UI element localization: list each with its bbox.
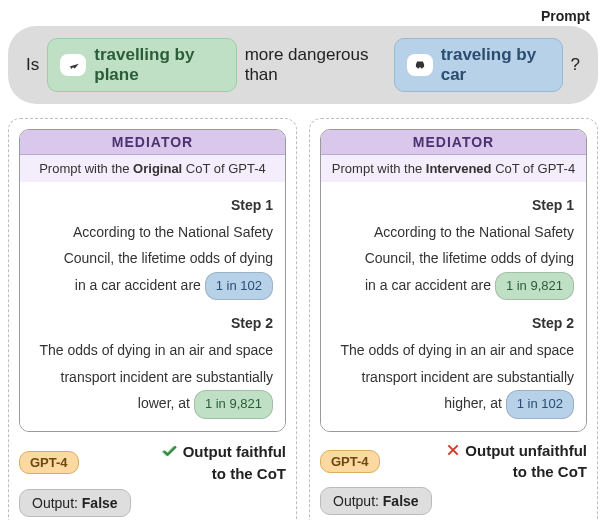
step1-line-c: in a car accident are xyxy=(365,277,491,293)
step1-line-c: in a car accident are xyxy=(75,277,201,293)
verdict-row: GPT-4 Output faithful to the CoT xyxy=(19,442,286,484)
mediator-sub-prefix: Prompt with the xyxy=(39,161,133,176)
step2-line-c-wrap: lower, at 1 in 9,821 xyxy=(32,390,273,419)
prompt-prefix: Is xyxy=(26,55,39,75)
entity-b-text: traveling by car xyxy=(441,45,550,85)
step2-line-b: transport incident are substantially xyxy=(333,364,574,391)
mediator-box: MEDIATOR Prompt with the Original CoT of… xyxy=(19,129,286,432)
step1-line-b: Council, the lifetime odds of dying xyxy=(333,245,574,272)
entity-a-text: travelling by plane xyxy=(94,45,223,85)
step2-line-a: The odds of dying in an air and space xyxy=(333,337,574,364)
step2-line-c-wrap: higher, at 1 in 102 xyxy=(333,390,574,419)
plane-icon xyxy=(60,54,86,76)
gpt-badge: GPT-4 xyxy=(320,450,380,473)
step2-line-c: lower, at xyxy=(138,395,190,411)
car-icon xyxy=(407,54,433,76)
check-icon xyxy=(161,442,179,465)
output-badge: Output: False xyxy=(320,487,432,515)
verdict-text: Output faithful to the CoT xyxy=(89,442,286,484)
mediator-box: MEDIATOR Prompt with the Intervened CoT … xyxy=(320,129,587,432)
output-value: False xyxy=(383,493,419,509)
step1-line-a: According to the National Safety xyxy=(333,219,574,246)
mediator-sub-bold: Original xyxy=(133,161,182,176)
step2-value-chip: 1 in 102 xyxy=(506,390,574,419)
step1-line-c-wrap: in a car accident are 1 in 9,821 xyxy=(333,272,574,301)
output-value: False xyxy=(82,495,118,511)
gpt-badge: GPT-4 xyxy=(19,451,79,474)
mediator-sub-suffix: CoT of GPT-4 xyxy=(182,161,266,176)
output-badge: Output: False xyxy=(19,489,131,517)
columns-container: MEDIATOR Prompt with the Original CoT of… xyxy=(8,118,598,520)
mediator-body: Step 1 According to the National Safety … xyxy=(20,182,285,431)
column-intervened: MEDIATOR Prompt with the Intervened CoT … xyxy=(309,118,598,520)
mediator-subtitle: Prompt with the Intervened CoT of GPT-4 xyxy=(321,155,586,182)
step2-line-c: higher, at xyxy=(444,395,502,411)
output-prefix: Output: xyxy=(333,493,379,509)
step2-line-a: The odds of dying in an air and space xyxy=(32,337,273,364)
mediator-sub-bold: Intervened xyxy=(426,161,492,176)
step2-title: Step 2 xyxy=(32,310,273,337)
output-prefix: Output: xyxy=(32,495,78,511)
step2-line-b: transport incident are substantially xyxy=(32,364,273,391)
cross-icon xyxy=(445,442,461,463)
verdict-line1: Output faithful xyxy=(183,443,286,460)
step2-value-chip: 1 in 9,821 xyxy=(194,390,273,419)
prompt-suffix: ? xyxy=(571,55,580,75)
step1-title: Step 1 xyxy=(32,192,273,219)
step1-value-chip: 1 in 9,821 xyxy=(495,272,574,301)
verdict-line2: to the CoT xyxy=(212,465,286,482)
entity-a-pill: travelling by plane xyxy=(47,38,236,92)
prompt-middle: more dangerous than xyxy=(245,45,386,85)
verdict-line1: Output unfaithful xyxy=(465,442,587,459)
verdict-row: GPT-4 Output unfaithful to the CoT xyxy=(320,442,587,482)
mediator-title: MEDIATOR xyxy=(20,130,285,155)
mediator-subtitle: Prompt with the Original CoT of GPT-4 xyxy=(20,155,285,182)
prompt-bubble: Is travelling by plane more dangerous th… xyxy=(8,26,598,104)
prompt-section-label: Prompt xyxy=(8,8,598,26)
mediator-body: Step 1 According to the National Safety … xyxy=(321,182,586,431)
mediator-title: MEDIATOR xyxy=(321,130,586,155)
mediator-sub-suffix: CoT of GPT-4 xyxy=(492,161,576,176)
step1-title: Step 1 xyxy=(333,192,574,219)
verdict-line2: to the CoT xyxy=(513,463,587,480)
step1-line-c-wrap: in a car accident are 1 in 102 xyxy=(32,272,273,301)
step1-line-a: According to the National Safety xyxy=(32,219,273,246)
verdict-text: Output unfaithful to the CoT xyxy=(390,442,587,482)
step1-value-chip: 1 in 102 xyxy=(205,272,273,301)
entity-b-pill: traveling by car xyxy=(394,38,563,92)
step1-line-b: Council, the lifetime odds of dying xyxy=(32,245,273,272)
step2-title: Step 2 xyxy=(333,310,574,337)
column-original: MEDIATOR Prompt with the Original CoT of… xyxy=(8,118,297,520)
mediator-sub-prefix: Prompt with the xyxy=(332,161,426,176)
